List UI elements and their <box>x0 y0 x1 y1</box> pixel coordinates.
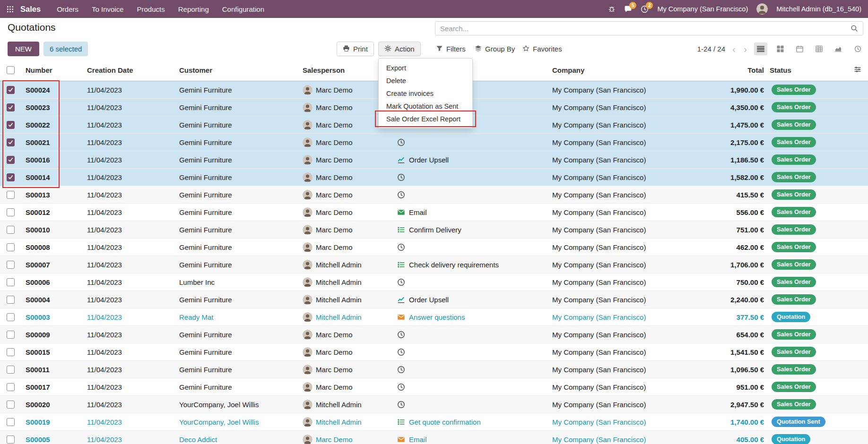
table-row-s00007[interactable]: S0000711/04/2023Gemini FurnitureMitchell… <box>0 256 868 273</box>
row-checkbox[interactable] <box>7 331 15 339</box>
column-header-company[interactable]: Company <box>549 60 691 81</box>
pager-previous-icon[interactable]: ‹ <box>731 44 737 54</box>
column-header-total[interactable]: Total <box>691 60 767 81</box>
row-checkbox[interactable] <box>7 401 15 409</box>
action-menu-item-mark-quotation-as-sent[interactable]: Mark Quotation as Sent <box>379 100 472 112</box>
search-input[interactable] <box>435 25 851 33</box>
clock-activity-icon[interactable] <box>397 366 405 374</box>
clock-activity-icon[interactable] <box>397 191 405 199</box>
action-menu-item-export[interactable]: Export <box>379 61 472 74</box>
column-header-number[interactable]: Number <box>23 60 84 81</box>
filters-button[interactable]: Filters <box>436 42 466 56</box>
clock-activity-icon[interactable] <box>397 348 405 356</box>
table-row-s00020[interactable]: S0002011/04/2023YourCompany, Joel Willis… <box>0 396 868 413</box>
activity-cell[interactable]: Order Upsell <box>394 291 549 308</box>
apps-grid-icon[interactable] <box>7 6 14 13</box>
company-switcher[interactable]: My Company (San Francisco) <box>657 5 748 13</box>
clock-activity-icon[interactable] <box>397 401 405 409</box>
print-button[interactable]: Print <box>337 42 374 56</box>
activity-cell[interactable]: Check delivery requirements <box>394 256 549 273</box>
activity-cell[interactable] <box>394 134 549 151</box>
table-row-s00008[interactable]: S0000811/04/2023Gemini FurnitureMarc Dem… <box>0 239 868 256</box>
table-row-s00013[interactable]: S0001311/04/2023Gemini FurnitureMarc Dem… <box>0 186 868 204</box>
row-checkbox[interactable] <box>7 86 15 94</box>
table-row-s00016[interactable]: S0001611/04/2023Gemini FurnitureMarc Dem… <box>0 151 868 169</box>
row-checkbox[interactable] <box>7 138 15 146</box>
envelope-activity-icon[interactable] <box>397 208 405 216</box>
row-checkbox[interactable] <box>7 435 15 444</box>
clock-activity-icon[interactable] <box>397 278 405 286</box>
table-row-s00012[interactable]: S0001211/04/2023Gemini FurnitureMarc Dem… <box>0 204 868 221</box>
activity-cell[interactable] <box>394 343 549 360</box>
select-all-checkbox[interactable] <box>7 66 15 74</box>
row-checkbox[interactable] <box>7 226 15 234</box>
table-row-s00011[interactable]: S0001111/04/2023Gemini FurnitureMarc Dem… <box>0 361 868 378</box>
view-list-icon[interactable] <box>754 43 767 55</box>
row-checkbox[interactable] <box>7 156 15 164</box>
chart-activity-icon[interactable] <box>397 296 405 304</box>
table-row-s00005[interactable]: S0000511/04/2023Deco AddictMarc DemoEmai… <box>0 431 868 444</box>
group-by-button[interactable]: Group By <box>475 42 515 56</box>
view-activity-icon[interactable] <box>851 43 864 55</box>
favorites-button[interactable]: Favorites <box>522 42 562 56</box>
activity-cell[interactable]: Answer questions <box>394 308 549 325</box>
clock-activity-icon[interactable] <box>397 331 405 339</box>
row-checkbox[interactable] <box>7 261 15 269</box>
table-row-s00015[interactable]: S0001511/04/2023Gemini FurnitureMarc Dem… <box>0 343 868 361</box>
view-graph-icon[interactable] <box>832 43 845 55</box>
row-checkbox[interactable] <box>7 173 15 181</box>
activity-cell[interactable] <box>394 273 549 290</box>
clock-activity-icon[interactable] <box>397 138 405 146</box>
messages-icon[interactable]: 5 <box>624 5 632 13</box>
table-row-s00010[interactable]: S0001011/04/2023Gemini FurnitureMarc Dem… <box>0 221 868 239</box>
activity-cell[interactable]: Order Upsell <box>394 151 549 168</box>
activity-cell[interactable] <box>394 186 549 203</box>
column-header-creation-date[interactable]: Creation Date <box>84 60 176 81</box>
activity-cell[interactable] <box>394 239 549 256</box>
activity-cell[interactable] <box>394 361 549 378</box>
activity-cell[interactable]: Email <box>394 204 549 221</box>
row-checkbox[interactable] <box>7 121 15 129</box>
tasks-activity-icon[interactable] <box>397 261 405 269</box>
nav-menu-products[interactable]: Products <box>137 5 165 13</box>
clock-activity-icon[interactable] <box>397 243 405 251</box>
table-row-s00019[interactable]: S0001911/04/2023YourCompany, Joel Willis… <box>0 413 868 431</box>
table-row-s00006[interactable]: S0000611/04/2023Lumber IncMitchell Admin… <box>0 273 868 291</box>
row-checkbox[interactable] <box>7 296 15 304</box>
row-checkbox[interactable] <box>7 278 15 286</box>
table-row-s00014[interactable]: S0001411/04/2023Gemini FurnitureMarc Dem… <box>0 169 868 186</box>
envelope-activity-icon[interactable] <box>397 313 405 321</box>
table-row-s00021[interactable]: S0002111/04/2023Gemini FurnitureMarc Dem… <box>0 134 868 151</box>
activity-cell[interactable] <box>394 326 549 343</box>
nav-menu-reporting[interactable]: Reporting <box>178 5 209 13</box>
pager[interactable]: 1-24 / 24 <box>697 45 725 53</box>
table-row-s00004[interactable]: S0000411/04/2023Gemini FurnitureMitchell… <box>0 291 868 308</box>
row-checkbox[interactable] <box>7 103 15 111</box>
row-checkbox[interactable] <box>7 191 15 199</box>
activities-icon[interactable]: 2 <box>641 5 649 13</box>
row-checkbox[interactable] <box>7 313 15 321</box>
nav-menu-configuration[interactable]: Configuration <box>222 5 264 13</box>
nav-menu-orders[interactable]: Orders <box>57 5 78 13</box>
activity-cell[interactable] <box>394 378 549 395</box>
row-checkbox[interactable] <box>7 418 15 426</box>
activity-cell[interactable] <box>394 169 549 186</box>
activity-cell[interactable]: Email <box>394 431 549 444</box>
column-header-status[interactable]: Status <box>767 60 828 81</box>
view-calendar-icon[interactable] <box>793 43 806 55</box>
action-menu-item-create-invoices[interactable]: Create invoices <box>379 87 472 100</box>
chart-activity-icon[interactable] <box>397 156 405 164</box>
optional-columns-icon[interactable] <box>854 66 861 75</box>
new-button[interactable]: NEW <box>8 42 39 56</box>
activity-cell[interactable]: Confirm Delivery <box>394 221 549 238</box>
table-row-s00003[interactable]: S0000311/04/2023Ready MatMitchell AdminA… <box>0 308 868 326</box>
column-header-customer[interactable]: Customer <box>176 60 300 81</box>
view-kanban-icon[interactable] <box>773 43 787 55</box>
row-checkbox[interactable] <box>7 208 15 216</box>
action-menu-item-sale-order-excel-report[interactable]: Sale Order Excel Report <box>379 112 472 125</box>
action-menu-item-delete[interactable]: Delete <box>379 74 472 87</box>
clock-activity-icon[interactable] <box>397 383 405 391</box>
user-menu[interactable]: Mitchell Admin (db_16_540) <box>776 5 861 13</box>
user-avatar[interactable] <box>756 3 768 15</box>
table-row-s00017[interactable]: S0001711/04/2023Gemini FurnitureMarc Dem… <box>0 378 868 396</box>
